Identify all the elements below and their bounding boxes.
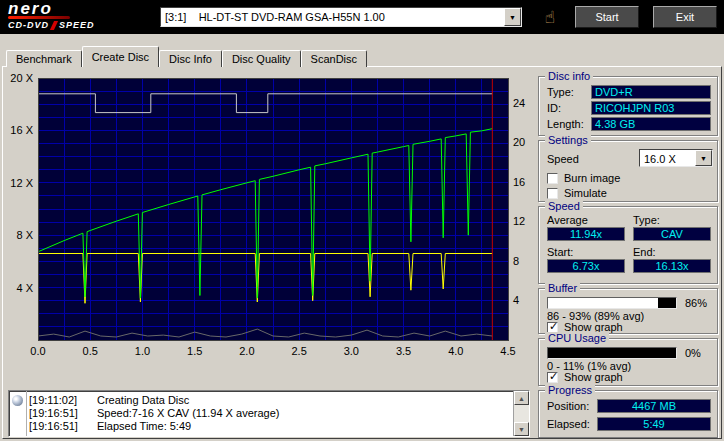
disc-type-row: Type: DVD+R [547,85,711,99]
tab-bar: Benchmark Create Disc Disc Info Disc Qua… [6,47,367,67]
tab-benchmark[interactable]: Benchmark [6,50,82,67]
disc-id-label: ID: [547,102,591,114]
average-value: 11.94x [547,227,625,241]
right-axis-label: 4 [513,294,519,306]
disc-info-title: Disc info [545,70,593,82]
left-axis-label: 16 X [10,124,33,136]
burn-image-label: Burn image [564,172,620,184]
logo-speed-text: SPEED [59,20,95,30]
settings-title: Settings [545,134,591,146]
cpu-usage-title: CPU Usage [545,332,609,344]
title-bar: nero CD-DVD SPEED [3:1] HL-DT-ST DVD-RAM… [0,0,724,34]
drive-select-value: [3:1] HL-DT-ST DVD-RAM GSA-H55N 1.00 [161,8,504,26]
disc-length-value: 4.38 GB [591,117,711,131]
left-axis-label: 12 X [10,177,33,189]
log-entry-time: [19:16:51] [29,420,85,433]
simulate-label: Simulate [564,187,607,199]
disc-info-panel: Disc info Type: DVD+R ID: RICOHJPN R03 L… [538,76,718,136]
simulate-row: Simulate [547,187,607,199]
log-entry-text: Creating Data Disc [97,394,189,407]
chevron-down-icon: ▼ [509,14,516,21]
log-scrollbar[interactable]: ▲ ▼ [513,391,529,436]
lightning-icon [50,21,58,30]
position-value: 4467 MB [597,399,711,413]
speed-stats-title: Speed [545,200,583,212]
right-axis-label: 24 [513,97,525,109]
arrow-down-icon: ▼ [518,426,525,433]
log-entry-text: Elapsed Time: 5:49 [97,420,191,433]
end-speed-label: End: [633,246,656,258]
log-entry: [19:16:51] Speed:7-16 X CAV (11.94 X ave… [29,407,512,420]
log-entry-time: [19:16:51] [29,407,85,420]
speed-chart: 20 X16 X12 X8 X4 X24201612840.00.51.01.5… [6,70,530,370]
logo-cd-dvd-text: CD-DVD [8,20,49,30]
right-axis-label: 20 [513,136,525,148]
log-lines: [19:11:02] Creating Data Disc [19:16:51]… [29,394,512,433]
buffer-show-graph-checkbox[interactable] [547,322,558,333]
progress-title: Progress [545,384,595,396]
progress-panel: Progress Position: 4467 MB Elapsed: 5:49 [538,390,718,438]
tab-disc-quality[interactable]: Disc Quality [222,50,301,67]
scroll-up-button[interactable]: ▲ [514,391,529,405]
settings-panel: Settings Speed 16.0 X ▼ Burn image Simul… [538,140,718,202]
speed-select-value: 16.0 X [640,150,695,166]
right-axis-label: 8 [513,255,519,267]
start-button[interactable]: Start [575,6,639,28]
disc-type-value: DVD+R [591,85,711,99]
cpu-show-graph-checkbox[interactable] [547,372,558,383]
drive-select[interactable]: [3:1] HL-DT-ST DVD-RAM GSA-H55N 1.00 ▼ [160,7,522,27]
nero-cd-dvd-speed-window: nero CD-DVD SPEED [3:1] HL-DT-ST DVD-RAM… [0,0,724,441]
arrow-up-icon: ▲ [518,395,525,402]
hand-icon: ☝ [545,7,555,28]
disc-id-value: RICOHJPN R03 [591,101,711,115]
scroll-down-button[interactable]: ▼ [514,422,529,436]
drive-select-dropdown-button[interactable]: ▼ [504,8,521,26]
position-label: Position: [547,400,597,412]
buffer-panel: Buffer 86% 86 - 93% (89% avg) Show graph [538,288,718,334]
type-value: CAV [633,227,711,241]
log-entry-time: [19:11:02] [29,394,85,407]
simulate-checkbox[interactable] [547,188,558,199]
x-axis-label: 1.0 [135,345,150,357]
cpu-show-graph-label: Show graph [564,371,623,383]
buffer-progress-bar [547,297,677,309]
burn-disc-icon [12,395,23,406]
buffer-percent: 86% [685,297,707,309]
average-label: Average [547,214,588,226]
cpu-percent: 0% [685,347,701,359]
speed-stats-panel: Speed Average Type: 11.94x CAV Start: En… [538,206,718,284]
type-label: Type: [633,214,660,226]
speed-select-dropdown-button[interactable]: ▼ [695,150,712,166]
x-axis-label: 0.0 [30,345,45,357]
nero-logo: nero CD-DVD SPEED [8,1,95,30]
cpu-show-graph-row: Show graph [547,371,623,383]
tab-disc-info[interactable]: Disc Info [159,50,222,67]
log-entry: [19:11:02] Creating Data Disc [29,394,512,407]
left-axis-label: 20 X [10,72,33,84]
log-entry-text: Speed:7-16 X CAV (11.94 X average) [97,407,279,420]
buffer-title: Buffer [545,282,580,294]
exit-button[interactable]: Exit [653,6,717,28]
log-gutter [9,391,27,436]
start-speed-label: Start: [547,246,573,258]
nero-logo-subtitle: CD-DVD SPEED [8,20,95,30]
disc-type-label: Type: [547,86,591,98]
nero-logo-text: nero [8,1,95,17]
tab-create-disc[interactable]: Create Disc [82,46,159,67]
tab-scandisc[interactable]: ScanDisc [301,50,367,67]
log-entry: [19:16:51] Elapsed Time: 5:49 [29,420,512,433]
burn-image-checkbox[interactable] [547,173,558,184]
cpu-usage-panel: CPU Usage 0% 0 - 11% (1% avg) Show graph [538,338,718,386]
disc-length-row: Length: 4.38 GB [547,117,711,131]
left-axis-label: 4 X [16,282,33,294]
elapsed-value: 5:49 [597,417,711,431]
speed-select[interactable]: 16.0 X ▼ [639,149,713,167]
right-axis-label: 16 [513,176,525,188]
x-axis-label: 3.5 [396,345,411,357]
x-axis-label: 0.5 [83,345,98,357]
eject-hand-button[interactable]: ☝ [536,4,564,30]
chevron-down-icon: ▼ [700,155,707,162]
x-axis-label: 4.0 [448,345,463,357]
cpu-progress-bar [547,347,677,359]
elapsed-row: Elapsed: 5:49 [547,417,711,431]
